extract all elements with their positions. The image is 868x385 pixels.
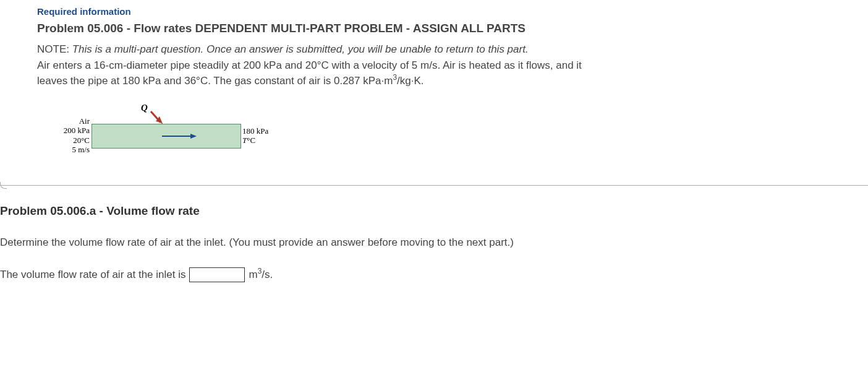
inlet-fluid: Air [37, 116, 90, 126]
subproblem-title: Problem 05.006.a - Volume flow rate [0, 204, 868, 218]
outlet-pressure: 180 kPa [242, 126, 268, 136]
outlet-temperature: T°C [242, 136, 268, 145]
question-text: Determine the volume flow rate of air at… [0, 236, 868, 249]
required-info-label: Required information [37, 6, 831, 17]
pipe-diagram: Q Air 200 kPa 20°C 5 m/s 180 kPa T°C [37, 102, 272, 163]
inlet-labels: Air 200 kPa 20°C 5 m/s [37, 116, 90, 155]
answer-label: The volume flow rate of air at the inlet… [0, 269, 185, 281]
flow-arrow-icon [161, 132, 198, 140]
section-divider [0, 185, 868, 186]
inlet-temperature: 20°C [37, 136, 90, 145]
answer-unit: m3/s. [249, 269, 273, 281]
inlet-velocity: 5 m/s [37, 145, 90, 155]
problem-header-section: Required information Problem 05.006 - Fl… [0, 0, 868, 176]
svg-marker-3 [190, 134, 197, 139]
problem-body: NOTE: This is a multi-part question. Onc… [37, 41, 831, 89]
problem-title: Problem 05.006 - Flow rates DEPENDENT MU… [37, 22, 831, 35]
subproblem-section: Problem 05.006.a - Volume flow rate Dete… [0, 186, 868, 295]
answer-input[interactable] [189, 267, 245, 282]
inlet-pressure: 200 kPa [37, 126, 90, 136]
outlet-labels: 180 kPa T°C [242, 126, 268, 145]
body-line-2-pre: leaves the pipe at 180 kPa and 36°C. The… [37, 75, 393, 87]
note-body: This is a multi-part question. Once an a… [72, 43, 529, 55]
heat-label: Q [141, 103, 148, 113]
note-prefix: NOTE: [37, 43, 72, 55]
body-line-2-post: /kg·K. [397, 75, 423, 87]
section-divider-wrap [0, 185, 868, 186]
answer-line: The volume flow rate of air at the inlet… [0, 267, 868, 282]
outlet-temp-unit: °C [247, 136, 255, 145]
body-line-1: Air enters a 16-cm-diameter pipe steadil… [37, 59, 582, 71]
